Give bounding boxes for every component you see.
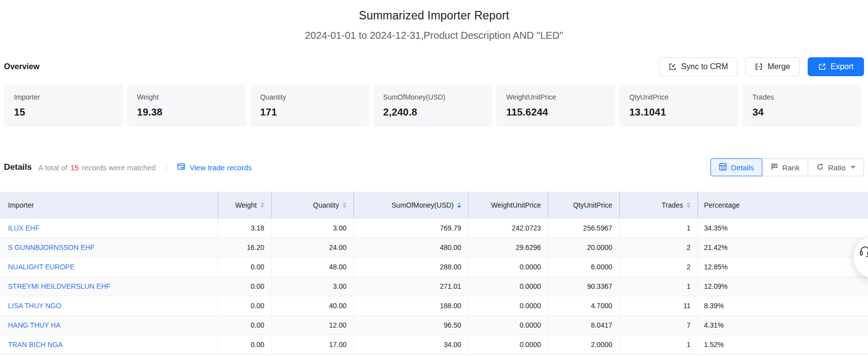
table-row: STREYMI HEILDVERSLUN EHF0.003.00271.010.… xyxy=(0,277,868,296)
table-row: HANG THUY HA0.0012.0096.500.00008.041774… xyxy=(0,316,868,335)
export-label: Export xyxy=(831,62,854,71)
table-row: LISA THUY NGO0.0040.00188.000.00004.7000… xyxy=(0,296,868,316)
cell-weight: 16.20 xyxy=(218,238,272,257)
cell-weight: 3.18 xyxy=(218,219,272,237)
cell-sum-of-money: 34.00 xyxy=(354,335,469,354)
stat-label: Weight xyxy=(137,93,236,101)
tab-ratio[interactable]: Ratio xyxy=(808,158,864,176)
match-prefix: A total of xyxy=(38,163,67,172)
column-header-percentage: Percentage xyxy=(698,192,868,219)
table-body: ILUX EHF3.183.00769.79242.0723256.596713… xyxy=(0,219,868,355)
stat-value: 13.1041 xyxy=(629,107,728,118)
cell-importer: STREYMI HEILDVERSLUN EHF xyxy=(0,277,218,296)
tab-rank[interactable]: Rank xyxy=(762,158,808,176)
cell-weight: 0.00 xyxy=(218,335,272,354)
stat-value: 15 xyxy=(14,107,113,118)
stat-card-quantity: Quantity171 xyxy=(250,85,369,127)
table-row: S GUNNBJORNSSON EHF16.2024.00480.0029.62… xyxy=(0,238,868,257)
table-row: NUALIGHT EUROPE0.0048.00288.000.00006.00… xyxy=(0,257,868,277)
column-header-trades[interactable]: Trades xyxy=(620,192,698,219)
sort-carets-icon[interactable] xyxy=(687,202,691,208)
stat-card-importer: Importer15 xyxy=(4,85,123,127)
column-header-importer: Importer xyxy=(0,192,218,219)
column-header-weightunitprice: WeightUnitPrice xyxy=(469,192,548,219)
column-header-quantity[interactable]: Quantity xyxy=(272,192,354,219)
cell-quantity: 3.00 xyxy=(272,219,354,237)
stat-label: Quantity xyxy=(260,93,359,101)
column-label: SumOfMoney(USD) xyxy=(392,201,454,209)
column-label: Trades xyxy=(662,201,683,209)
stat-label: Trades xyxy=(752,93,852,101)
merge-brackets-icon xyxy=(755,63,763,71)
import-arrow-icon xyxy=(669,63,677,71)
cell-quantity: 24.00 xyxy=(272,238,354,257)
sort-carets-icon[interactable] xyxy=(457,202,461,208)
cell-sum-of-money: 188.00 xyxy=(354,296,469,315)
cell-qty-unit-price: 2.0000 xyxy=(548,335,620,354)
column-label: Percentage xyxy=(704,201,740,209)
details-bar: Details A total of 15 records were match… xyxy=(4,158,864,176)
importer-link[interactable]: NUALIGHT EUROPE xyxy=(8,263,75,271)
column-label: Importer xyxy=(8,201,34,209)
tab-details[interactable]: Details xyxy=(710,158,762,176)
importer-link[interactable]: STREYMI HEILDVERSLUN EHF xyxy=(8,282,110,290)
cell-sum-of-money: 96.50 xyxy=(354,316,469,335)
cell-percentage: 8.39% xyxy=(698,296,868,315)
cell-weight-unit-price: 0.0000 xyxy=(469,316,548,335)
stat-value: 2,240.8 xyxy=(383,107,483,118)
cell-qty-unit-price: 256.5967 xyxy=(548,219,620,237)
stat-value: 34 xyxy=(752,107,852,118)
cell-sum-of-money: 480.00 xyxy=(354,238,469,257)
cell-weight-unit-price: 29.6296 xyxy=(469,238,548,257)
importer-table: ImporterWeightQuantitySumOfMoney(USD)Wei… xyxy=(0,192,868,355)
cell-weight-unit-price: 0.0000 xyxy=(469,277,548,296)
cell-weight-unit-price: 242.0723 xyxy=(469,219,548,237)
view-trade-records-label: View trade records xyxy=(189,163,252,172)
overview-heading: Overview xyxy=(4,62,39,71)
match-count: 15 xyxy=(67,163,82,172)
merge-button[interactable]: Merge xyxy=(745,57,799,76)
overview-actions: Sync to CRM Merge xyxy=(659,57,864,76)
column-header-weight[interactable]: Weight xyxy=(218,192,272,219)
importer-link[interactable]: TRAN BICH NGA xyxy=(8,341,63,349)
cell-importer: LISA THUY NGO xyxy=(0,296,218,315)
importer-link[interactable]: LISA THUY NGO xyxy=(8,302,61,310)
stat-label: WeightUnitPrice xyxy=(506,93,605,101)
tab-rank-label: Rank xyxy=(782,163,800,172)
chevron-down-icon xyxy=(851,166,856,169)
stat-card-weight: Weight19.38 xyxy=(127,85,246,127)
page-subtitle: 2024-01-01 to 2024-12-31,Product Descrip… xyxy=(0,29,868,42)
cell-importer: HANG THUY HA xyxy=(0,316,218,335)
cell-qty-unit-price: 8.0417 xyxy=(548,316,620,335)
sync-to-crm-label: Sync to CRM xyxy=(681,62,728,71)
export-button[interactable]: Export xyxy=(808,57,864,76)
vertical-divider xyxy=(166,163,167,172)
tab-ratio-label: Ratio xyxy=(828,163,846,172)
stat-value: 115.6244 xyxy=(506,107,605,118)
trade-records-icon xyxy=(177,162,185,172)
table-row: ILUX EHF3.183.00769.79242.0723256.596713… xyxy=(0,219,868,238)
overview-bar: Overview Sync to CRM xyxy=(4,57,864,76)
view-trade-records-link[interactable]: View trade records xyxy=(177,162,252,172)
column-label: Weight xyxy=(235,201,257,209)
cell-weight-unit-price: 0.0000 xyxy=(469,257,548,276)
cell-importer: S GUNNBJORNSSON EHF xyxy=(0,238,218,257)
stat-label: QtyUnitPrice xyxy=(629,93,728,101)
importer-link[interactable]: HANG THUY HA xyxy=(8,321,60,329)
cell-trades: 7 xyxy=(620,316,698,335)
match-suffix: records were matched xyxy=(82,163,156,172)
cell-weight-unit-price: 0.0000 xyxy=(469,296,548,315)
summarized-importer-report-page: Summarized Importer Report 2024-01-01 to… xyxy=(0,0,868,356)
importer-link[interactable]: S GUNNBJORNSSON EHF xyxy=(8,243,94,251)
column-header-sumofmoney-usd[interactable]: SumOfMoney(USD) xyxy=(354,192,469,219)
sort-carets-icon[interactable] xyxy=(260,202,264,208)
cell-percentage: 12.09% xyxy=(698,277,868,296)
details-summary: Details A total of 15 records were match… xyxy=(4,162,252,172)
view-mode-tabs: Details Rank xyxy=(710,158,864,176)
importer-link[interactable]: ILUX EHF xyxy=(8,224,39,232)
sync-to-crm-button[interactable]: Sync to CRM xyxy=(659,57,737,76)
sort-carets-icon[interactable] xyxy=(343,202,347,208)
cell-quantity: 40.00 xyxy=(272,296,354,315)
cell-qty-unit-price: 4.7000 xyxy=(548,296,620,315)
cell-quantity: 12.00 xyxy=(272,316,354,335)
